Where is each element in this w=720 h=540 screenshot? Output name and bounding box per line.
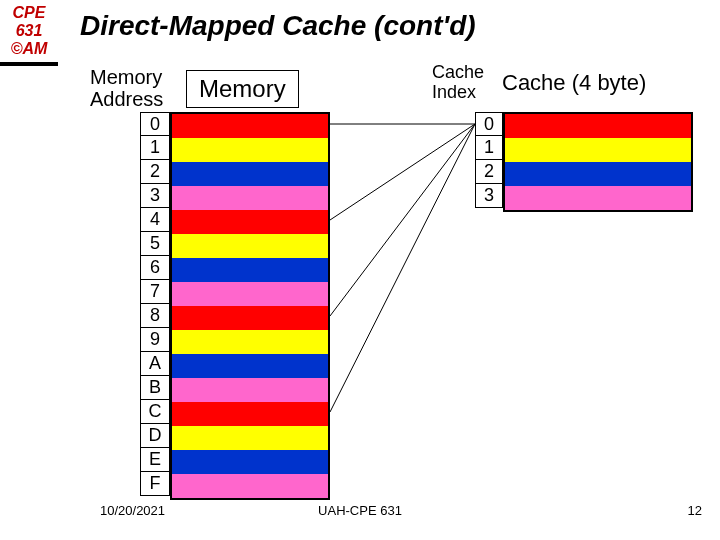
cache-idx-cell: 1 xyxy=(475,136,503,160)
page-title: Direct-Mapped Cache (cont'd) xyxy=(80,10,476,42)
mem-addr-cell: 7 xyxy=(140,280,170,304)
memory-block xyxy=(172,258,328,282)
cache-idx-cell: 0 xyxy=(475,112,503,136)
memory-block xyxy=(172,114,328,138)
memory-block xyxy=(172,138,328,162)
mem-addr-cell: 9 xyxy=(140,328,170,352)
cache-idx-cell: 3 xyxy=(475,184,503,208)
svg-line-2 xyxy=(330,124,475,316)
mem-addr-cell: 4 xyxy=(140,208,170,232)
memory-address-label: Memory Address xyxy=(90,66,163,110)
sidebar-divider xyxy=(0,62,58,66)
cache-index-column: 0 1 2 3 xyxy=(475,112,503,208)
cache-index-label: Cache Index xyxy=(432,62,484,102)
cache-block xyxy=(505,114,691,138)
memory-block xyxy=(172,162,328,186)
cache-blocks xyxy=(503,112,693,212)
mem-addr-cell: F xyxy=(140,472,170,496)
memory-block xyxy=(172,306,328,330)
sidebar-line1: CPE xyxy=(13,4,46,21)
memory-block xyxy=(172,426,328,450)
mem-addr-cell: 6 xyxy=(140,256,170,280)
memory-blocks xyxy=(170,112,330,500)
footer-page: 12 xyxy=(688,503,702,518)
sidebar-course-code: CPE 631 ©AM xyxy=(0,0,58,58)
mem-addr-cell: E xyxy=(140,448,170,472)
cache-block xyxy=(505,162,691,186)
sidebar-line3: ©AM xyxy=(11,40,48,57)
cache-label: Cache (4 byte) xyxy=(502,70,646,96)
mem-addr-cell: 3 xyxy=(140,184,170,208)
sidebar: CPE 631 ©AM xyxy=(0,0,58,540)
mem-addr-cell: A xyxy=(140,352,170,376)
memory-block xyxy=(172,354,328,378)
mem-addr-cell: D xyxy=(140,424,170,448)
mem-addr-cell: 0 xyxy=(140,112,170,136)
memory-address-column: 0 1 2 3 4 5 6 7 8 9 A B C D E F xyxy=(140,112,170,496)
memory-block xyxy=(172,450,328,474)
mem-addr-cell: 1 xyxy=(140,136,170,160)
cache-block xyxy=(505,186,691,210)
memory-block xyxy=(172,186,328,210)
cache-block xyxy=(505,138,691,162)
memory-block xyxy=(172,474,328,498)
cache-idx-cell: 2 xyxy=(475,160,503,184)
mem-addr-cell: 8 xyxy=(140,304,170,328)
mem-addr-cell: 5 xyxy=(140,232,170,256)
mem-addr-cell: C xyxy=(140,400,170,424)
memory-label: Memory xyxy=(186,70,299,108)
memory-block xyxy=(172,330,328,354)
mem-addr-cell: 2 xyxy=(140,160,170,184)
memory-block xyxy=(172,210,328,234)
mem-addr-cell: B xyxy=(140,376,170,400)
memory-block xyxy=(172,378,328,402)
memory-block xyxy=(172,402,328,426)
footer-center: UAH-CPE 631 xyxy=(0,503,720,518)
memory-block xyxy=(172,234,328,258)
svg-line-1 xyxy=(330,124,475,220)
sidebar-line2: 631 xyxy=(16,22,43,39)
svg-line-3 xyxy=(330,124,475,412)
memory-block xyxy=(172,282,328,306)
